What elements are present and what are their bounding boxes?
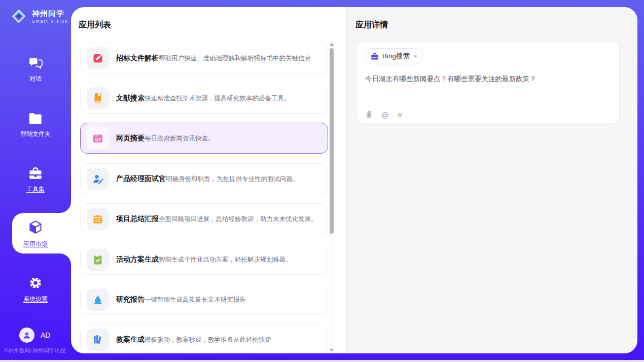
interviewer-icon: [87, 168, 109, 190]
app-card-name: 文献搜索: [116, 94, 145, 102]
close-icon[interactable]: ×: [413, 53, 417, 60]
app-card-description: 每日政府新闻资讯快查。: [145, 135, 214, 142]
folder-icon: [28, 113, 43, 125]
app-card-description: 一键智能生成高质量长文本研究报告: [145, 296, 246, 303]
app-card-literature-search[interactable]: 文献搜索快速精准查找学术资源，提高研究效率的必备工具。: [80, 83, 328, 114]
toolbox-icon: [28, 167, 43, 180]
bubble-fillet-top: [60, 202, 71, 213]
scroll-down-icon[interactable]: [330, 349, 334, 351]
tool-tag-label: Bing搜索: [382, 52, 410, 61]
app-card-description: 全面回顾项目进展，总结经验教训，助力未来优化发展。: [159, 215, 317, 223]
scroll-up-icon[interactable]: [330, 43, 334, 46]
sidebar-item-label: 应用市场: [0, 240, 71, 248]
app-detail-title: 应用详情: [355, 20, 388, 30]
app-card-name: 研究报告: [116, 295, 145, 303]
app-card-name: 活动方案生成: [116, 255, 159, 263]
app-card-name: 项目总结汇报: [116, 214, 159, 223]
gear-icon: [28, 276, 43, 290]
books-icon: [87, 329, 109, 351]
list-scrollbar[interactable]: [329, 42, 334, 353]
app-window: 神州问学 Smart Vision 对话 智能文件夹 工具集: [0, 0, 644, 362]
app-card-description: 模板驱动，教案秒成，教学准备从此轻松快捷: [145, 336, 271, 343]
bottom-edge-strip: [0, 360, 644, 362]
edit-square-icon: [87, 47, 109, 69]
app-card-project-summary[interactable]: 项目总结汇报全面回顾项目进展，总结经验教训，助力未来优化发展。: [80, 203, 328, 234]
app-card-lesson-plan[interactable]: 教案生成模板驱动，教案秒成，教学准备从此轻松快捷: [80, 324, 328, 353]
brand-logo: 神州问学 Smart Vision: [9, 7, 68, 26]
user-account[interactable]: AD: [19, 328, 50, 343]
avatar: [19, 328, 34, 343]
user-name-label: AD: [41, 331, 50, 339]
app-card-description: 明确身份和职责，为您提供专业性的面试问题。: [166, 175, 299, 183]
ink-pen-icon: [87, 288, 109, 311]
bubble-fillet-bottom: [60, 254, 71, 265]
briefcase-icon: [371, 53, 379, 60]
sidebar-item-label: 工具集: [0, 185, 71, 194]
sidebar-item-toolset[interactable]: 工具集: [0, 167, 71, 194]
user-icon: [23, 331, 31, 339]
sidebar-item-app-market[interactable]: 应用市场: [0, 220, 71, 248]
webpage-icon: [87, 127, 109, 150]
sidebar-item-label: 系统设置: [0, 295, 71, 304]
app-card-name: 产品经理面试官: [116, 174, 166, 183]
brand-text: 神州问学 Smart Vision: [32, 9, 68, 24]
app-card-webpage-summary[interactable]: 网页摘要每日政府新闻资讯快查。: [80, 123, 328, 154]
sidebar-item-label: 智能文件夹: [0, 130, 71, 138]
app-card-event-plan[interactable]: 活动方案生成智能生成个性化活动方案，轻松解决规划难题。: [80, 244, 328, 275]
app-card-name: 网页摘要: [116, 134, 145, 142]
app-detail-panel: 应用详情 Bing搜索 × 今日湖北有哪些新闻要点？有哪些需要关注的最新政策？: [347, 7, 637, 353]
brand-name: 神州问学: [32, 9, 68, 19]
app-card-pm-interviewer[interactable]: 产品经理面试官明确身份和职责，为您提供专业性的面试问题。: [80, 163, 328, 194]
app-card-name: 教案生成: [116, 335, 145, 343]
tool-tag-bing-search[interactable]: Bing搜索 ×: [365, 48, 423, 64]
sidebar-item-label: 对话: [0, 75, 71, 83]
sidebar-item-settings[interactable]: 系统设置: [0, 276, 71, 304]
prompt-text[interactable]: 今日湖北有哪些新闻要点？有哪些需要关注的最新政策？: [365, 75, 609, 84]
app-card-name: 招标文件解析: [116, 54, 159, 62]
app-list-title: 应用列表: [79, 20, 111, 30]
mention-icon[interactable]: @: [381, 111, 389, 119]
app-card-description: 快速精准查找学术资源，提高研究效率的必备工具。: [145, 95, 291, 102]
attachment-icon[interactable]: [365, 110, 373, 119]
prompt-card: Bing搜索 × 今日湖北有哪些新闻要点？有哪些需要关注的最新政策？ @ #: [356, 42, 620, 124]
app-card-description: 帮助用户快速、准确地理解和解析招标书中的关键信息: [159, 55, 311, 62]
hash-icon[interactable]: #: [398, 111, 402, 119]
calendar-icon: [87, 208, 109, 230]
cube-icon: [28, 220, 43, 235]
sidebar: 神州问学 Smart Vision 对话 智能文件夹 工具集: [0, 0, 71, 362]
sidebar-item-chat[interactable]: 对话: [0, 57, 71, 83]
chat-icon: [28, 57, 43, 69]
app-card-bid-analysis[interactable]: 招标文件解析帮助用户快速、准确地理解和解析招标书中的关键信息: [80, 43, 328, 74]
copyright-text: ©神州数码·神州问学出品: [4, 347, 66, 354]
book-icon: [87, 87, 109, 110]
brand-subtitle: Smart Vision: [32, 19, 68, 24]
sidebar-item-smart-folder[interactable]: 智能文件夹: [0, 113, 71, 138]
prompt-toolbar: @ #: [365, 110, 402, 119]
app-card-research-report[interactable]: 研究报告一键智能生成高质量长文本研究报告: [80, 284, 328, 315]
diamond-logo-icon: [9, 7, 28, 26]
app-card-description: 智能生成个性化活动方案，轻松解决规划难题。: [159, 256, 292, 263]
main-content: 应用列表 招标文件解析帮助用户快速、准确地理解和解析招标书中的关键信息 文献搜索…: [71, 7, 637, 353]
clipboard-check-icon: [87, 248, 109, 271]
scrollbar-thumb[interactable]: [330, 48, 334, 234]
